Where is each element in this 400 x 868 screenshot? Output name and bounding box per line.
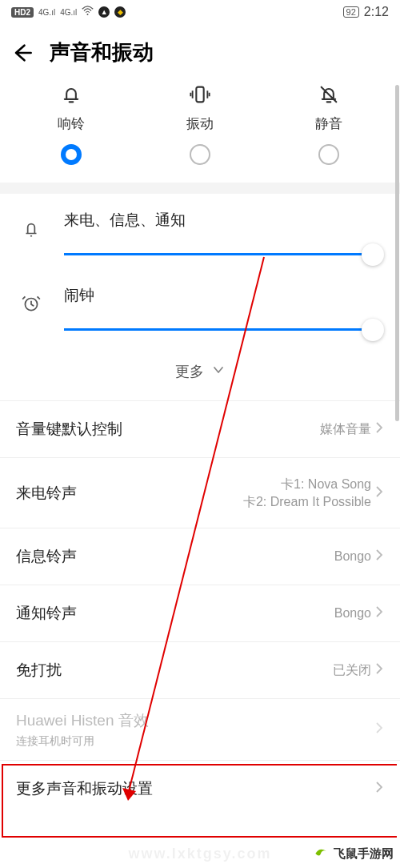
setting-label: 来电铃声 (16, 483, 77, 504)
mode-vibrate[interactable]: 振动 (144, 82, 256, 133)
back-button[interactable] (8, 39, 35, 66)
more-label: 更多 (175, 362, 204, 381)
chevron-down-icon (212, 364, 225, 380)
setting-more-sound[interactable]: 更多声音和振动设置 (0, 761, 400, 817)
alarm-clock-icon (19, 291, 43, 315)
setting-value: Bongo (334, 605, 371, 622)
setting-value: 媒体音量 (320, 420, 371, 438)
signal-2: 4G.ıl (60, 8, 77, 17)
watermark-text: 飞鼠手游网 (334, 846, 394, 862)
mode-ring[interactable]: 响铃 (15, 82, 127, 133)
setting-dnd[interactable]: 免打扰 已关闭 (0, 642, 400, 699)
section-divider (0, 183, 400, 194)
chevron-right-icon (374, 781, 384, 797)
sound-mode-row: 响铃 振动 静音 (0, 76, 400, 136)
chevron-right-icon (374, 662, 384, 678)
watermark-faint: www.lxktgsy.com (128, 846, 271, 862)
setting-label: 免打扰 (16, 660, 62, 681)
radio-vibrate[interactable] (190, 144, 210, 165)
vibrate-icon (189, 82, 211, 106)
bell-icon (60, 82, 82, 106)
radio-ring[interactable] (61, 144, 82, 165)
sound-mode-radio-row (0, 136, 400, 183)
setting-histen: Huawei Histen 音效 连接耳机时可用 (0, 699, 400, 761)
mode-label: 静音 (315, 115, 342, 133)
bell-off-icon (318, 82, 340, 106)
setting-label: 信息铃声 (16, 546, 77, 567)
watermark-bar: www.lxktgsy.com 飞鼠手游网 (0, 839, 400, 868)
notif-icon-1: ▲ (98, 6, 110, 18)
bell-outline-icon (19, 216, 43, 240)
svg-point-0 (87, 14, 89, 15)
volume-alarm-row: 闹钟 (19, 285, 381, 340)
setting-sublabel: 连接耳机时可用 (16, 734, 149, 749)
volume-label: 闹钟 (64, 285, 381, 306)
setting-ringtone[interactable]: 来电铃声 卡1: Nova Song 卡2: Dream It Possible (0, 458, 400, 528)
more-volumes-expand[interactable]: 更多 (19, 346, 381, 400)
chevron-right-icon (374, 549, 384, 565)
svg-rect-1 (196, 87, 203, 102)
page-header: 声音和振动 (0, 24, 400, 76)
wifi-icon (82, 5, 94, 19)
signal-1: 4G.ıl (38, 8, 55, 17)
mode-label: 振动 (186, 115, 214, 133)
volume-alarm-slider[interactable] (64, 320, 381, 340)
mode-label: 响铃 (58, 115, 85, 133)
clock: 2:12 (364, 5, 389, 19)
mode-silent[interactable]: 静音 (273, 82, 385, 133)
notif-icon-2: ◆ (114, 6, 126, 18)
hd-badge: HD2 (11, 7, 34, 18)
setting-volume-key[interactable]: 音量键默认控制 媒体音量 (0, 401, 400, 458)
settings-list: 音量键默认控制 媒体音量 来电铃声 卡1: Nova Song 卡2: Drea… (0, 400, 400, 817)
setting-label: Huawei Histen 音效 (16, 710, 149, 731)
radio-silent[interactable] (318, 144, 339, 165)
volume-label: 来电、信息、通知 (64, 210, 381, 231)
setting-notification-tone[interactable]: 通知铃声 Bongo (0, 585, 400, 642)
setting-message-tone[interactable]: 信息铃声 Bongo (0, 528, 400, 585)
setting-label: 通知铃声 (16, 603, 77, 624)
status-bar: HD2 4G.ıl 4G.ıl ▲ ◆ 92 2:12 (0, 0, 400, 24)
setting-label: 更多声音和振动设置 (16, 778, 153, 799)
setting-value: Bongo (334, 548, 371, 565)
page-title: 声音和振动 (50, 38, 154, 66)
volume-section: 来电、信息、通知 闹钟 更多 (0, 194, 400, 400)
setting-label: 音量键默认控制 (16, 419, 122, 440)
chevron-right-icon (374, 605, 384, 621)
volume-notify-row: 来电、信息、通知 (19, 210, 381, 264)
chevron-right-icon (374, 721, 384, 737)
chevron-right-icon (374, 485, 384, 501)
chevron-right-icon (374, 421, 384, 437)
setting-value: 卡1: Nova Song 卡2: Dream It Possible (243, 476, 371, 510)
battery-badge: 92 (343, 6, 359, 18)
setting-value: 已关闭 (333, 661, 371, 679)
scrollbar[interactable] (395, 85, 399, 421)
volume-notify-slider[interactable] (64, 245, 381, 264)
watermark-logo-icon (313, 846, 329, 862)
